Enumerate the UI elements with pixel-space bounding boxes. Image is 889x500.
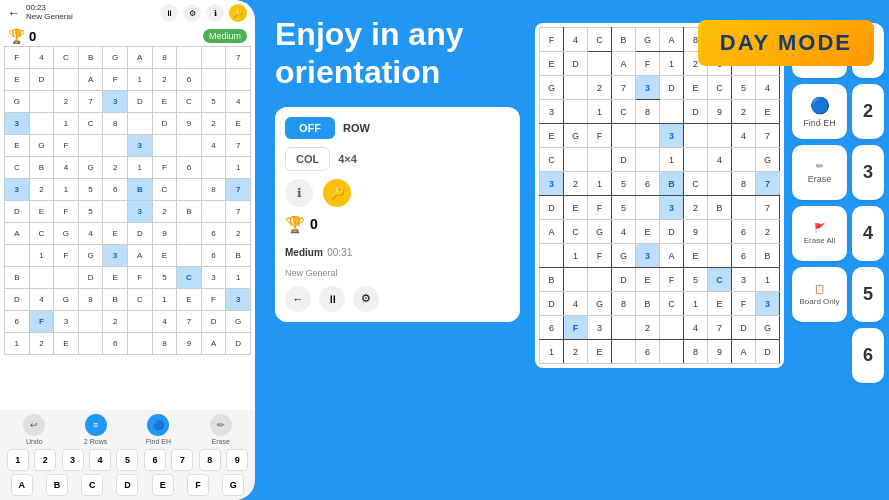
- num-8[interactable]: 8: [199, 449, 221, 471]
- settings-button[interactable]: ⚙: [183, 4, 201, 22]
- num-6[interactable]: 6: [144, 449, 166, 471]
- toggle-4x4-label: 4×4: [338, 153, 357, 165]
- side-num-4[interactable]: 4: [852, 206, 884, 261]
- score-value: 0: [29, 29, 36, 44]
- game-subtitle: New General: [26, 13, 73, 22]
- find-eh-button-side[interactable]: 🔵 Find EH: [792, 84, 847, 139]
- undo-button[interactable]: ↩ Undo: [23, 414, 45, 445]
- score-bar: 🏆 0 Medium: [0, 26, 255, 46]
- bottom-controls: ↩ Undo ≡ 2 Rows 🔵 Find EH ✏ Erase 1: [0, 410, 255, 500]
- side-num-3[interactable]: 3: [852, 145, 884, 200]
- erase-icon: ✏: [816, 161, 824, 171]
- num-4[interactable]: 4: [89, 449, 111, 471]
- main-title: Enjoy in any orientation: [275, 15, 520, 92]
- num-1[interactable]: 1: [7, 449, 29, 471]
- toggle-row: OFF ROW: [285, 117, 510, 139]
- nav-pause-button[interactable]: ⏸: [319, 286, 345, 312]
- info-button-panel[interactable]: ℹ: [285, 179, 313, 207]
- toggle-col-button[interactable]: COL: [285, 147, 330, 171]
- toggle-off-button[interactable]: OFF: [285, 117, 335, 139]
- erase-label-side: Erase: [808, 174, 832, 184]
- nav-settings-button[interactable]: ⚙: [353, 286, 379, 312]
- pause-button[interactable]: ⏸: [160, 4, 178, 22]
- erase-all-label: Erase All: [804, 236, 836, 245]
- letter-F[interactable]: F: [187, 474, 209, 496]
- find-eh-icon: 🔵: [810, 96, 830, 115]
- letter-D[interactable]: D: [116, 474, 138, 496]
- day-mode-banner: DAY MODE: [698, 20, 874, 66]
- sudoku-grid-left: F4CBGA87 EDAF126 G273DEC54 31C8D92E EGF3…: [0, 46, 255, 410]
- erase-all-icon: 🚩: [814, 223, 825, 233]
- center-section: Enjoy in any orientation OFF ROW COL 4×4…: [255, 0, 530, 500]
- nav-back-button[interactable]: ←: [285, 286, 311, 312]
- side-num-2[interactable]: 2: [852, 84, 884, 139]
- key-button-panel[interactable]: 🔑: [323, 179, 351, 207]
- key-button[interactable]: 🔑: [229, 4, 247, 22]
- toggle-row-label: ROW: [343, 122, 370, 134]
- board-only-label: Board Only: [799, 297, 839, 306]
- timer-display: 00:23 New General: [26, 4, 73, 22]
- top-controls: ⏸ ⚙ ℹ 🔑: [160, 4, 247, 22]
- board-only-icon: 📋: [814, 284, 825, 294]
- panel-timer-value: 00:31: [327, 247, 352, 258]
- sudoku-grid-big[interactable]: F4CBGA87 EDAF126 G273DEC54 31C8D92E EGF3…: [535, 23, 784, 368]
- letter-B[interactable]: B: [46, 474, 68, 496]
- num-7[interactable]: 7: [171, 449, 193, 471]
- panel-game-name: New General: [285, 268, 510, 278]
- num-3[interactable]: 3: [62, 449, 84, 471]
- phone-top-bar: ← 00:23 New General ⏸ ⚙ ℹ 🔑: [0, 0, 255, 26]
- letter-A[interactable]: A: [11, 474, 33, 496]
- find-eh-button[interactable]: 🔵 Find EH: [146, 414, 171, 445]
- erase-all-button[interactable]: 🚩 Erase All: [792, 206, 847, 261]
- side-num-6[interactable]: 6: [852, 328, 884, 383]
- erase-button-left[interactable]: ✏ Erase: [210, 414, 232, 445]
- panel-difficulty: Medium 00:31: [285, 242, 510, 260]
- num-9[interactable]: 9: [226, 449, 248, 471]
- info-button[interactable]: ℹ: [206, 4, 224, 22]
- undo-label: Undo: [26, 438, 43, 445]
- action-row: ↩ Undo ≡ 2 Rows 🔵 Find EH ✏ Erase: [4, 414, 251, 445]
- panel-score-value: 0: [310, 216, 318, 232]
- letter-row: A B C D E F G: [4, 474, 251, 496]
- letter-C[interactable]: C: [81, 474, 103, 496]
- trophy-icon: 🏆: [8, 28, 25, 44]
- left-phone: ← 00:23 New General ⏸ ⚙ ℹ 🔑 🏆 0 Medium F…: [0, 0, 255, 500]
- number-row: 1 2 3 4 5 6 7 8 9: [4, 449, 251, 471]
- find-eh-label: Find EH: [146, 438, 171, 445]
- letter-E[interactable]: E: [152, 474, 174, 496]
- panel-score-row: 🏆 0: [285, 215, 510, 234]
- num-2[interactable]: 2: [34, 449, 56, 471]
- back-icon[interactable]: ←: [8, 6, 20, 20]
- board-only-button[interactable]: 📋 Board Only: [792, 267, 847, 322]
- panel-diff-label: Medium: [285, 247, 323, 258]
- find-eh-label-side: Find EH: [803, 118, 836, 128]
- panel-nav: ← ⏸ ⚙: [285, 286, 510, 312]
- right-section: DAY MODE F4CBGA87 EDAF126 G273DEC54: [530, 0, 889, 500]
- 2rows-button[interactable]: ≡ 2 Rows: [84, 414, 107, 445]
- difficulty-badge: Medium: [203, 29, 247, 43]
- panel-info-row: ℹ 🔑: [285, 179, 510, 207]
- num-5[interactable]: 5: [116, 449, 138, 471]
- erase-button-side[interactable]: ✏ Erase: [792, 145, 847, 200]
- side-num-5[interactable]: 5: [852, 267, 884, 322]
- 2rows-label: 2 Rows: [84, 438, 107, 445]
- toggle-row2: COL 4×4: [285, 147, 510, 171]
- game-panel: OFF ROW COL 4×4 ℹ 🔑 🏆 0 Medium 00:31 New…: [275, 107, 520, 322]
- panel-trophy-icon: 🏆: [285, 215, 305, 234]
- letter-G[interactable]: G: [222, 474, 244, 496]
- erase-label: Erase: [212, 438, 230, 445]
